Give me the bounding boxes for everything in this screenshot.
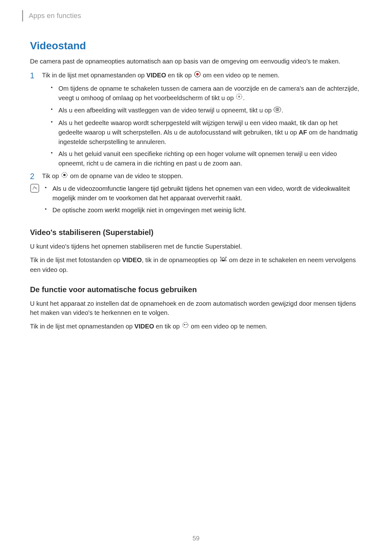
- step-1-sublist: Om tijdens de opname te schakelen tussen…: [51, 84, 362, 168]
- sub2-p2-a: Tik in de lijst met opnamestanden op: [30, 323, 135, 330]
- step1-sub1-text-a: Om tijdens de opname te schakelen tussen…: [58, 85, 359, 101]
- sub1-p1: U kunt video's tijdens het opnemen stabi…: [30, 242, 362, 251]
- subheading-autofocus: De functie voor automatische focus gebru…: [30, 285, 362, 294]
- note-icon: [30, 184, 39, 193]
- step-1-sub-4: Als u het geluid vanuit een specifieke r…: [51, 149, 362, 168]
- autofocus-record-icon: [182, 322, 189, 331]
- record-icon: [194, 71, 201, 80]
- note-block: Als u de videozoomfunctie langere tijd g…: [30, 184, 362, 217]
- page-number: 59: [0, 535, 392, 542]
- step-1-sub-2: Als u een afbeelding wilt vastleggen van…: [51, 105, 362, 116]
- step-2-number: 2: [30, 171, 34, 183]
- breadcrumb-bar-icon: [22, 10, 23, 21]
- step-2: 2 Tik op om de opname van de video te st…: [30, 171, 362, 181]
- breadcrumb: Apps en functies: [29, 12, 81, 20]
- sub2-p2-b: en tik op: [154, 323, 182, 330]
- step1-sub3-bold: AF: [299, 129, 307, 136]
- svg-rect-4: [274, 107, 281, 112]
- sub1-p2-a: Tik in de lijst met fotostanden op: [30, 256, 122, 263]
- note-list: Als u de videozoomfunctie langere tijd g…: [45, 184, 362, 215]
- step-1: 1 Tik in de lijst met opnamestanden op V…: [30, 70, 362, 168]
- sub1-p2: Tik in de lijst met fotostanden op VIDEO…: [30, 256, 362, 274]
- step-1-number: 1: [30, 70, 34, 82]
- step1-sub2-text-a: Als u een afbeelding wilt vastleggen van…: [58, 107, 273, 114]
- stop-icon: [61, 172, 68, 181]
- capture-icon: [274, 106, 281, 115]
- step1-sub3-text-a: Als u het gedeelte waarop wordt scherpge…: [58, 119, 338, 136]
- breadcrumb-row: Apps en functies: [22, 10, 362, 21]
- svg-point-3: [238, 96, 240, 97]
- svg-point-10: [183, 322, 188, 328]
- svg-rect-8: [63, 174, 65, 176]
- step-1-text-post: om een video op te nemen.: [201, 72, 280, 79]
- step-1-text-pre: Tik in de lijst met opnamestanden op: [42, 72, 147, 79]
- switch-camera-icon: [236, 93, 243, 103]
- step-1-text-mid: en tik op: [166, 72, 194, 79]
- note-item-1: Als u de videozoomfunctie langere tijd g…: [45, 184, 362, 203]
- sub2-p2-c: om een video op te nemen.: [189, 323, 268, 330]
- svg-point-12: [187, 324, 187, 325]
- step2-text-post: om de opname van de video te stoppen.: [68, 172, 183, 179]
- superstable-icon: [220, 256, 227, 265]
- section-title: Videostand: [30, 40, 362, 52]
- sub2-p2: Tik in de lijst met opnamestanden op VID…: [30, 322, 362, 332]
- step-1-sub-3: Als u het gedeelte waarop wordt scherpge…: [51, 118, 362, 147]
- sub2-p2-bold: VIDEO: [135, 323, 154, 330]
- sub1-p2-bold: VIDEO: [122, 256, 142, 263]
- steps-list: 1 Tik in de lijst met opnamestanden op V…: [30, 70, 362, 181]
- svg-point-6: [277, 109, 278, 110]
- step1-sub2-text-b: .: [281, 107, 283, 114]
- intro-paragraph: De camera past de opnameopties automatis…: [30, 57, 362, 66]
- step-1-bold: VIDEO: [147, 72, 166, 79]
- svg-point-11: [184, 324, 185, 325]
- svg-point-1: [196, 73, 198, 75]
- step2-text-pre: Tik op: [42, 172, 61, 179]
- step1-sub1-text-b: .: [243, 94, 245, 101]
- svg-point-2: [237, 94, 242, 99]
- subheading-stabilize: Video's stabiliseren (Superstabiel): [30, 228, 362, 237]
- step-1-sub-1: Om tijdens de opname te schakelen tussen…: [51, 84, 362, 103]
- svg-rect-9: [222, 260, 225, 261]
- sub2-p1: U kunt het apparaat zo instellen dat de …: [30, 299, 362, 317]
- sub1-p2-b: , tik in de opnameopties op: [142, 256, 219, 263]
- note-item-2: De optische zoom werkt mogelijk niet in …: [45, 205, 362, 215]
